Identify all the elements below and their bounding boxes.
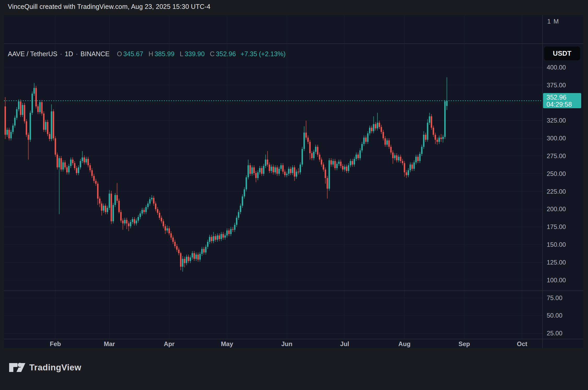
time-axis-label: Sep xyxy=(458,340,470,348)
price-axis-label: 400.00 xyxy=(547,64,566,71)
price-axis-label: 300.00 xyxy=(547,135,566,142)
time-axis-label: Oct xyxy=(517,340,527,348)
price-axis-label: 225.00 xyxy=(547,188,566,195)
ohlc-value: 352.96 xyxy=(216,50,236,58)
exchange-label: BINANCE xyxy=(80,50,109,58)
time-axis-label: Apr xyxy=(164,340,175,348)
ohlc-value: 385.99 xyxy=(154,50,174,58)
change-value: +7.35 (+2.13%) xyxy=(241,50,286,58)
last-price-value: 352.96 xyxy=(546,94,581,101)
tradingview-published-chart: VinceQuill created with TradingView.com,… xyxy=(0,0,588,390)
price-axis-label: 50.00 xyxy=(547,312,562,319)
ohlc-value: 339.90 xyxy=(185,50,205,58)
tradingview-logo-icon xyxy=(9,361,26,374)
page-title: VinceQuill created with TradingView.com,… xyxy=(8,3,210,10)
time-axis-label: Jun xyxy=(281,340,292,348)
currency-unit-button[interactable]: USDT xyxy=(544,47,580,60)
price-axis-label: 25.00 xyxy=(547,330,562,337)
legend-separator: · xyxy=(60,50,62,58)
tradingview-logo[interactable]: TradingView xyxy=(9,361,81,374)
bar-countdown: 04:29:58 xyxy=(546,101,581,108)
last-price-badge: 352.96 04:29:58 xyxy=(543,93,581,108)
price-axis-label: 150.00 xyxy=(547,241,566,248)
price-axis-label: 325.00 xyxy=(547,117,566,124)
symbol-name: AAVE / TetherUS xyxy=(8,50,57,58)
price-axis-label: 375.00 xyxy=(547,82,566,89)
time-axis-label: Jul xyxy=(340,340,349,348)
candlestick-plot-area[interactable] xyxy=(4,15,583,348)
time-axis-label: Feb xyxy=(50,340,61,348)
price-axis-label: 200.00 xyxy=(547,205,566,213)
legend-separator: · xyxy=(76,50,78,58)
volume-scale-label: 1 M xyxy=(547,18,559,25)
price-axis-label: 250.00 xyxy=(547,170,566,177)
ohlc-key: O xyxy=(117,50,122,58)
tradingview-wordmark: TradingView xyxy=(29,363,81,372)
price-axis-label: 100.00 xyxy=(547,277,566,284)
price-axis-label: 125.00 xyxy=(547,259,566,266)
ohlc-key: L xyxy=(180,50,183,58)
interval-label: 1D xyxy=(65,50,73,58)
ohlc-value: 345.67 xyxy=(123,50,143,58)
time-axis-label: Aug xyxy=(398,340,411,348)
time-axis-label: May xyxy=(221,340,233,348)
symbol-legend: AAVE / TetherUS · 1D · BINANCE O345.67H3… xyxy=(8,50,286,58)
ohlc-key: H xyxy=(148,50,153,58)
ohlc-values: O345.67H385.99L339.90C352.96 xyxy=(109,50,236,58)
price-axis-label: 275.00 xyxy=(547,152,566,160)
chart-panel: AAVE / TetherUS · 1D · BINANCE O345.67H3… xyxy=(4,15,583,348)
price-axis-label: 175.00 xyxy=(547,223,566,231)
ohlc-key: C xyxy=(210,50,215,58)
price-axis-label: 75.00 xyxy=(547,294,562,302)
time-axis-label: Mar xyxy=(104,340,115,348)
